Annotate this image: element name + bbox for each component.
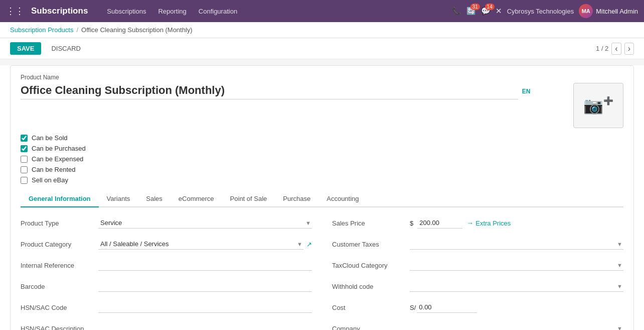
checkbox-can-be-rented-input[interactable] [21,166,28,173]
checkbox-can-be-purchased-label: Can be Purchased [32,145,86,152]
discard-button[interactable]: DISCARD [44,42,88,55]
user-menu[interactable]: MA Mitchell Admin [579,4,638,18]
prev-button[interactable]: ‹ [611,43,621,55]
grid-icon[interactable]: ⋮⋮ [6,6,24,17]
breadcrumb-separator: / [76,26,78,34]
sales-price-row: Sales Price $ → Extra Prices [332,215,623,231]
product-name-label: Product Name [21,74,623,81]
nav-reporting[interactable]: Reporting [153,6,191,17]
hsn-sac-code-input[interactable] [98,302,312,313]
product-category-label: Product Category [21,241,98,248]
withhold-code-row: Withhold code ▼ [332,279,623,294]
tab-variants[interactable]: Variants [99,191,138,207]
action-buttons: SAVE DISCARD [10,42,88,55]
lang-badge[interactable]: EN [522,88,531,95]
company-select-wrapper: ▼ [410,323,623,330]
internal-reference-input[interactable] [98,260,312,271]
pagination-text: 1 / 2 [596,45,608,52]
nav-subscriptions[interactable]: Subscriptions [102,6,151,17]
company-label: Company [332,325,410,331]
taxcloud-select-wrapper: ▼ [410,260,623,271]
checkbox-can-be-expensed[interactable]: Can be Expensed [21,155,623,163]
product-name-section: EN [21,83,573,99]
checkbox-sell-on-ebay-input[interactable] [21,177,28,184]
company-name: Cybrosys Technologies [507,8,574,15]
customer-taxes-label: Customer Taxes [332,241,410,248]
checkbox-can-be-purchased-input[interactable] [21,145,28,152]
pagination: 1 / 2 ‹ › [596,43,634,55]
next-button[interactable]: › [624,43,634,55]
product-type-select-wrapper: Service ▼ [98,217,312,229]
checkbox-can-be-purchased[interactable]: Can be Purchased [21,145,623,152]
tab-general-information[interactable]: General Information [21,191,99,207]
withhold-select-wrapper: ▼ [410,281,623,292]
hsn-sac-code-row: HSN/SAC Code [21,300,312,315]
navbar-right: 📞 🔄 31 💬 14 ✕ Cybrosys Technologies MA M… [452,4,638,18]
sales-price-label: Sales Price [332,219,410,227]
tab-sales[interactable]: Sales [138,191,171,207]
breadcrumb: Subscription Products / Office Cleaning … [10,26,193,34]
checkbox-sell-on-ebay-label: Sell on eBay [32,176,68,184]
internal-reference-label: Internal Reference [21,262,98,269]
phone-icon[interactable]: 📞 [452,7,461,16]
tab-point-of-sale[interactable]: Point of Sale [222,191,275,207]
chat-badge: 14 [485,4,495,10]
withhold-code-label: Withhold code [332,283,410,290]
tab-purchase[interactable]: Purchase [275,191,318,207]
checkbox-can-be-rented-label: Can be Rented [32,166,75,173]
barcode-label: Barcode [21,283,98,290]
hsn-sac-code-label: HSN/SAC Code [21,304,98,311]
breadcrumb-parent[interactable]: Subscription Products [10,26,73,34]
company-select[interactable] [410,323,623,330]
product-category-select[interactable]: All / Saleable / Services [98,239,303,250]
product-category-select-wrapper: All / Saleable / Services ▼ [98,239,303,250]
product-type-row: Product Type Service ▼ [21,215,312,231]
checkbox-group: Can be Sold Can be Purchased Can be Expe… [21,134,623,184]
save-button[interactable]: SAVE [10,42,41,55]
chat-icon[interactable]: 💬 14 [481,7,491,16]
left-column: Product Type Service ▼ Product Category … [21,215,312,330]
camera-icon: 📷➕ [583,96,613,115]
hsn-sac-desc-label: HSN/SAC Description [21,325,98,331]
refresh-icon[interactable]: 🔄 31 [466,7,476,16]
cost-input[interactable] [417,302,477,313]
customer-taxes-row: Customer Taxes ▼ [332,237,623,252]
taxcloud-row: TaxCloud Category ▼ [332,258,623,273]
tab-ecommerce[interactable]: eCommerce [171,191,222,207]
main-nav: Subscriptions Reporting Configuration [102,6,447,17]
extra-prices-link[interactable]: → Extra Prices [466,219,511,227]
action-bar: SAVE DISCARD 1 / 2 ‹ › [0,38,644,59]
cost-row: Cost S/ [332,300,623,315]
cost-label: Cost [332,304,410,311]
customer-taxes-select[interactable] [410,239,623,250]
product-category-ext-link-icon[interactable]: ↗ [306,241,312,248]
checkbox-can-be-expensed-input[interactable] [21,156,28,163]
cost-prefix: S/ [410,304,416,311]
barcode-input[interactable] [98,281,312,292]
tab-content-general: Product Type Service ▼ Product Category … [21,207,623,330]
close-icon[interactable]: ✕ [496,7,502,16]
price-field: $ → Extra Prices [410,217,623,229]
hsn-sac-desc-input[interactable] [98,323,312,330]
extra-prices-label: Extra Prices [475,219,511,227]
avatar: MA [579,4,593,18]
checkbox-can-be-sold-label: Can be Sold [32,134,68,142]
checkbox-sell-on-ebay[interactable]: Sell on eBay [21,176,623,184]
product-name-input[interactable] [21,83,518,99]
navbar: ⋮⋮ Subscriptions Subscriptions Reporting… [0,0,644,22]
product-image-box[interactable]: 📷➕ [573,83,623,128]
internal-reference-row: Internal Reference [21,258,312,273]
withhold-select[interactable] [410,281,623,292]
price-prefix: $ [410,219,413,227]
breadcrumb-bar: Subscription Products / Office Cleaning … [0,22,644,38]
tab-accounting[interactable]: Accounting [318,191,367,207]
nav-configuration[interactable]: Configuration [194,6,242,17]
product-type-select[interactable]: Service [98,217,312,229]
checkbox-can-be-sold-input[interactable] [21,135,28,142]
cost-field: S/ [410,302,623,313]
checkbox-can-be-rented[interactable]: Can be Rented [21,166,623,173]
arrow-icon: → [466,219,473,227]
sales-price-input[interactable] [417,217,462,229]
taxcloud-select[interactable] [410,260,623,271]
checkbox-can-be-sold[interactable]: Can be Sold [21,134,623,142]
